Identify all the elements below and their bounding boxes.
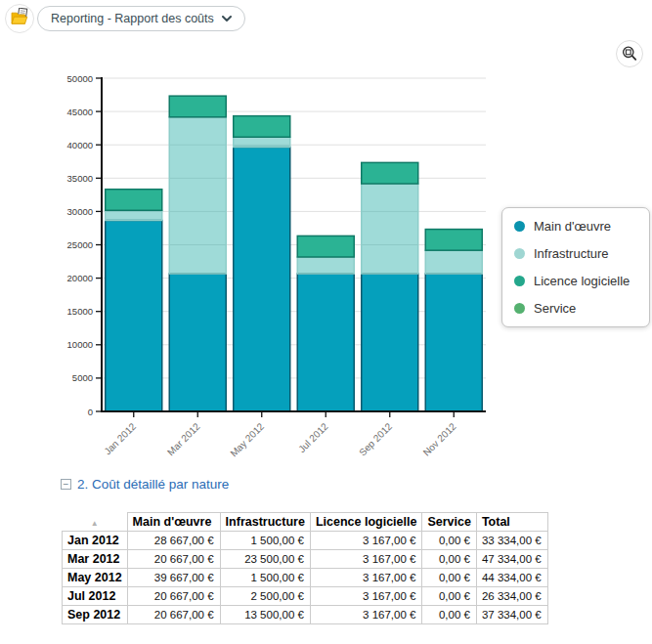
table-cell: 1 500,00 € (220, 569, 310, 587)
legend-item[interactable]: Service (514, 301, 637, 316)
bar-segment[interactable] (297, 257, 354, 274)
y-axis-tick-label: 5000 (72, 372, 93, 383)
x-axis-tick-label: May 2012 (228, 420, 266, 458)
chart-zoom-button[interactable] (616, 40, 643, 67)
legend-label: Licence logicielle (534, 274, 630, 288)
legend-item[interactable]: Infrastructure (514, 246, 637, 261)
magnifier-zoom-icon (621, 45, 638, 63)
legend-item[interactable]: Main d'œuvre (514, 219, 637, 234)
table-cell: 3 167,00 € (310, 550, 422, 569)
table-body: Jan 201228 667,00 €1 500,00 €3 167,00 €0… (63, 532, 548, 624)
table-row: May 201239 667,00 €1 500,00 €3 167,00 €0… (63, 569, 548, 587)
report-page: Reporting - Rapport des coûts 0500010000… (0, 0, 652, 644)
table-cell: 33 334,00 € (476, 532, 547, 550)
chart-legend: Main d'œuvreInfrastructureLicence logici… (501, 207, 650, 327)
table-cell: 13 500,00 € (220, 606, 310, 624)
bar-segment[interactable] (425, 230, 482, 251)
collapse-section-icon[interactable]: − (61, 479, 71, 490)
table-cell: 3 167,00 € (310, 532, 422, 550)
y-axis-tick-label: 15000 (67, 306, 93, 317)
legend-swatch-icon (514, 248, 525, 259)
table-cell: 20 667,00 € (127, 606, 220, 624)
table-cell: 1 500,00 € (220, 532, 310, 550)
bar-segment[interactable] (234, 116, 290, 138)
row-label: May 2012 (63, 569, 128, 587)
table-cell: 3 167,00 € (310, 587, 422, 606)
x-axis-tick-label: Jul 2012 (296, 420, 330, 454)
legend-swatch-icon (514, 303, 525, 314)
row-label: Jul 2012 (63, 587, 128, 606)
row-label: Sep 2012 (63, 606, 128, 624)
bar-segment[interactable] (106, 220, 162, 411)
row-label: Mar 2012 (63, 550, 128, 569)
table-cell: 2 500,00 € (220, 587, 310, 606)
column-header[interactable]: Main d'œuvre (127, 513, 220, 532)
column-header[interactable]: Service (422, 513, 476, 532)
bar-segment[interactable] (362, 184, 418, 274)
table-cell: 0,00 € (422, 550, 476, 569)
y-axis-tick-label: 0 (88, 407, 93, 417)
legend-label: Service (534, 301, 576, 316)
x-axis-tick-label: Sep 2012 (357, 420, 394, 457)
column-header[interactable]: Licence logicielle (310, 513, 422, 532)
table-row: Jan 201228 667,00 €1 500,00 €3 167,00 €0… (63, 532, 548, 550)
table-cell: 47 334,00 € (476, 550, 547, 569)
bar-segment[interactable] (297, 274, 354, 411)
table-head: ▲Main d'œuvreInfrastructureLicence logic… (63, 513, 548, 532)
bar-segment[interactable] (362, 162, 418, 184)
column-header[interactable]: Infrastructure (220, 513, 310, 532)
table-cell: 26 334,00 € (476, 587, 547, 606)
legend-item[interactable]: Licence logicielle (514, 274, 637, 288)
table-row: Mar 201220 667,00 €23 500,00 €3 167,00 €… (63, 550, 548, 569)
table-cell: 0,00 € (422, 606, 476, 624)
bar-segment[interactable] (425, 250, 482, 274)
table-cell: 0,00 € (422, 569, 476, 587)
legend-swatch-icon (514, 276, 525, 286)
table-header-row: ▲Main d'œuvreInfrastructureLicence logic… (63, 513, 548, 532)
table-row: Jul 201220 667,00 €2 500,00 €3 167,00 €0… (63, 587, 548, 606)
table-row: Sep 201220 667,00 €13 500,00 €3 167,00 €… (63, 606, 548, 624)
sort-asc-icon: ▲ (91, 519, 99, 528)
y-axis-tick-label: 30000 (67, 206, 93, 217)
bar-segment[interactable] (169, 274, 226, 411)
bar-segment[interactable] (106, 190, 162, 211)
table-cell: 20 667,00 € (127, 550, 220, 569)
bar-segment[interactable] (169, 117, 226, 274)
legend-label: Main d'œuvre (534, 219, 611, 234)
table-cell: 0,00 € (422, 532, 476, 550)
bar-segment[interactable] (362, 274, 418, 411)
y-axis-tick-label: 25000 (67, 239, 93, 250)
x-axis-tick-label: Mar 2012 (165, 420, 202, 457)
y-axis-tick-label: 10000 (67, 339, 93, 350)
table-cell: 44 334,00 € (476, 569, 547, 587)
y-axis-tick-label: 40000 (67, 140, 93, 150)
x-axis-tick-label: Jan 2012 (102, 420, 138, 456)
table-cell: 28 667,00 € (127, 532, 220, 550)
row-label: Jan 2012 (63, 532, 128, 550)
legend-label: Infrastructure (534, 246, 609, 261)
table-cell: 37 334,00 € (476, 606, 547, 624)
y-axis-tick-label: 45000 (67, 107, 93, 117)
bar-segment[interactable] (169, 96, 226, 117)
table-cell: 39 667,00 € (127, 569, 220, 587)
bar-segment[interactable] (106, 210, 162, 220)
sort-header-cell[interactable]: ▲ (63, 513, 128, 532)
y-axis-tick-label: 20000 (67, 273, 93, 283)
bar-segment[interactable] (234, 147, 290, 411)
column-header[interactable]: Total (476, 513, 547, 532)
table-cell: 23 500,00 € (220, 550, 310, 569)
section-title: 2. Coût détaillé par nature (77, 477, 229, 492)
bar-segment[interactable] (297, 236, 354, 257)
table-cell: 20 667,00 € (127, 587, 220, 606)
legend-swatch-icon (514, 221, 525, 232)
cost-detail-table: ▲Main d'œuvreInfrastructureLicence logic… (62, 512, 548, 624)
table-cell: 3 167,00 € (310, 606, 422, 624)
section-toggle[interactable]: − 2. Coût détaillé par nature (61, 477, 229, 492)
table-cell: 3 167,00 € (310, 569, 422, 587)
y-axis-tick-label: 50000 (67, 73, 93, 84)
x-axis-tick-label: Nov 2012 (421, 420, 458, 457)
table-cell: 0,00 € (422, 587, 476, 606)
stacked-bar-chart: 0500010000150002000025000300003500040000… (0, 0, 547, 464)
bar-segment[interactable] (425, 274, 482, 411)
bar-segment[interactable] (234, 137, 290, 147)
